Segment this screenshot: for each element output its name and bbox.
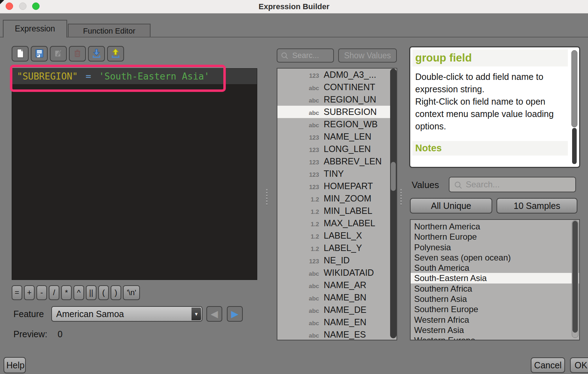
- values-list[interactable]: Northern AmericaNorthern EuropePolynesia…: [410, 219, 580, 340]
- field-list-item[interactable]: 123LONG_LEN: [277, 143, 396, 155]
- field-list-item[interactable]: 1.2LABEL_Y: [277, 242, 396, 254]
- field-type-badge: abc: [277, 268, 319, 280]
- new-expression-button[interactable]: [12, 46, 29, 62]
- field-type-badge: abc: [277, 292, 319, 305]
- previous-feature-button[interactable]: ◀: [206, 306, 222, 322]
- field-list-item[interactable]: 123NE_ID: [277, 254, 396, 267]
- operator-button[interactable]: /: [49, 285, 59, 300]
- field-list-item[interactable]: 123ABBREV_LEN: [277, 155, 396, 168]
- field-list-item[interactable]: 123NAME_LEN: [277, 130, 396, 143]
- field-type-badge: abc: [277, 82, 319, 94]
- field-list-item[interactable]: abcNAME_AR: [277, 279, 396, 291]
- window-title: Expression Builder: [0, 0, 588, 13]
- splitter-editor-fields[interactable]: [265, 189, 268, 206]
- help-body-line: Right-Click on field name to open contex…: [415, 95, 565, 133]
- value-list-item[interactable]: Northern America: [411, 221, 579, 232]
- operator-button[interactable]: ||: [86, 285, 96, 300]
- operator-button[interactable]: -: [36, 285, 47, 300]
- field-list-item[interactable]: abcSUBREGION: [277, 106, 396, 118]
- fields-list-scrollbar-thumb[interactable]: [391, 162, 396, 191]
- show-values-button[interactable]: Show Values: [338, 48, 397, 63]
- expression-operator-token: =: [86, 71, 91, 82]
- export-expression-button[interactable]: [107, 46, 124, 62]
- window-corner-artifact: [0, 0, 4, 4]
- field-list-item[interactable]: abcCONTINENT: [277, 81, 396, 93]
- field-type-badge: abc: [277, 280, 319, 292]
- value-list-item[interactable]: Southern Asia: [411, 294, 579, 304]
- save-expression-button[interactable]: [31, 46, 48, 62]
- field-list-item[interactable]: abcNAME_BN: [277, 291, 396, 304]
- field-list-item[interactable]: 1.2MIN_LABEL: [277, 205, 396, 217]
- value-list-item[interactable]: Western Europe: [411, 335, 579, 340]
- field-name-label: REGION_UN: [324, 94, 376, 104]
- fields-list[interactable]: 123ADM0_A3_...abcCONTINENTabcREGION_UNab…: [277, 68, 397, 340]
- field-name-label: WIKIDATAID: [324, 268, 374, 277]
- import-expression-button[interactable]: [88, 46, 105, 62]
- help-button[interactable]: Help: [4, 357, 26, 373]
- operator-button[interactable]: +: [24, 285, 35, 300]
- values-search-input[interactable]: Search...: [449, 177, 576, 192]
- field-list-item[interactable]: abcNAME_EN: [277, 316, 396, 328]
- field-list-item[interactable]: 1.2MAX_LABEL: [277, 217, 396, 229]
- operator-button[interactable]: =: [12, 285, 22, 300]
- delete-expression-button[interactable]: [69, 46, 86, 62]
- upload-tray-icon: [110, 48, 121, 60]
- field-name-label: NAME_ES: [324, 329, 366, 339]
- field-list-item[interactable]: abcNAME_DE: [277, 304, 396, 316]
- field-name-label: LABEL_Y: [324, 243, 362, 253]
- values-list-scrollbar-thumb[interactable]: [572, 221, 578, 333]
- field-list-item[interactable]: 1.2LABEL_X: [277, 229, 396, 242]
- value-list-item[interactable]: South-Eastern Asia: [411, 273, 579, 283]
- fields-list-scrollbar[interactable]: [390, 69, 396, 338]
- value-list-item[interactable]: Polynesia: [411, 242, 579, 252]
- value-list-item[interactable]: Southern Europe: [411, 304, 579, 314]
- next-feature-button[interactable]: ▶: [227, 306, 243, 322]
- new-file-icon: [14, 48, 26, 60]
- operator-button[interactable]: (: [98, 285, 109, 300]
- tab-function-editor[interactable]: Function Editor: [68, 24, 151, 37]
- field-list-item[interactable]: 1.2MIN_ZOOM: [277, 192, 396, 205]
- help-panel-scrollbar-thumb[interactable]: [571, 50, 577, 127]
- field-list-item[interactable]: 123TINY: [277, 168, 396, 180]
- field-name-label: NAME_AR: [324, 280, 366, 290]
- tab-expression[interactable]: Expression: [3, 20, 67, 37]
- operator-button[interactable]: *: [61, 285, 72, 300]
- values-search-placeholder: Search...: [449, 177, 575, 192]
- value-list-item[interactable]: Seven seas (open ocean): [411, 252, 579, 263]
- field-name-label: TINY: [324, 169, 344, 179]
- feature-combobox[interactable]: American Samoa ▼: [51, 306, 202, 322]
- operator-button[interactable]: ^: [74, 285, 84, 300]
- help-panel-title: group field: [412, 49, 568, 66]
- help-panel-scrollbar[interactable]: [571, 50, 577, 164]
- field-list-item[interactable]: abcREGION_UN: [277, 93, 396, 106]
- value-list-item[interactable]: Western Africa: [411, 315, 579, 325]
- expression-code-line[interactable]: "SUBREGION"='South-Eastern Asia': [12, 69, 257, 84]
- values-list-scrollbar[interactable]: [572, 220, 578, 338]
- field-list-item[interactable]: 123ADM0_A3_...: [277, 69, 396, 81]
- operator-button[interactable]: ): [111, 285, 121, 300]
- field-list-item[interactable]: abcWIKIDATAID: [277, 267, 396, 279]
- value-list-item[interactable]: Southern Africa: [411, 284, 579, 294]
- expression-editor[interactable]: "SUBREGION"='South-Eastern Asia': [12, 68, 257, 280]
- cancel-button[interactable]: Cancel: [531, 357, 565, 373]
- all-unique-button[interactable]: All Unique: [410, 198, 492, 214]
- fields-search-input[interactable]: Searc...: [277, 48, 334, 63]
- splitter-fields-values[interactable]: [400, 189, 402, 206]
- field-list-item[interactable]: abcREGION_WB: [277, 118, 396, 130]
- field-list-item[interactable]: 123HOMEPART: [277, 180, 396, 192]
- field-name-label: MIN_LABEL: [324, 206, 372, 216]
- ten-samples-button[interactable]: 10 Samples: [496, 198, 577, 214]
- search-icon: [281, 52, 289, 62]
- operator-button[interactable]: '\n': [123, 285, 140, 300]
- field-type-badge: 1.2: [277, 218, 319, 230]
- trash-icon: [72, 48, 83, 60]
- value-list-item[interactable]: Western Asia: [411, 325, 579, 335]
- edit-expression-button[interactable]: [50, 46, 67, 62]
- chevron-down-icon[interactable]: ▼: [192, 308, 201, 320]
- field-type-badge: abc: [277, 305, 319, 317]
- ok-button[interactable]: OK: [570, 357, 588, 373]
- field-list-item[interactable]: abcNAME_ES: [277, 328, 396, 340]
- field-type-badge: 123: [277, 169, 319, 181]
- value-list-item[interactable]: South America: [411, 263, 579, 273]
- value-list-item[interactable]: Northern Europe: [411, 232, 579, 242]
